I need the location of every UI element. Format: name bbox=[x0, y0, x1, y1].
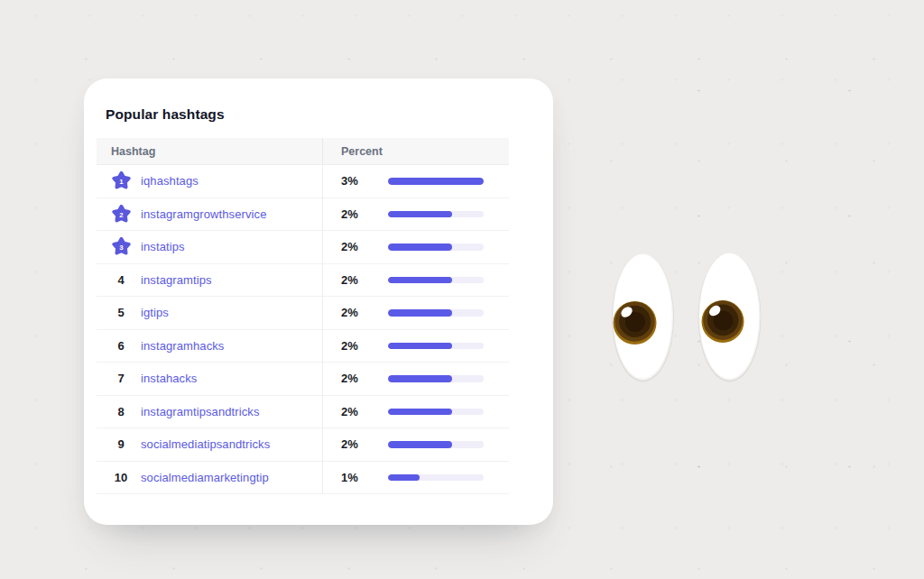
percent-bar-track bbox=[388, 441, 484, 448]
percent-bar-track bbox=[388, 343, 484, 350]
hashtag-link[interactable]: socialmediamarketingtip bbox=[141, 471, 269, 484]
table-row: 4 instagramtips 2% bbox=[97, 264, 509, 298]
table-header-row: Hashtag Percent bbox=[97, 138, 509, 165]
percent-bar-fill bbox=[388, 474, 420, 482]
hashtag-cell: 1 iqhashtags bbox=[97, 165, 323, 198]
hashtag-cell: 2 instagramgrowthservice bbox=[97, 198, 323, 231]
hashtag-link[interactable]: instagramtipsandtricks bbox=[141, 405, 260, 418]
hashtag-link[interactable]: instagramtips bbox=[141, 273, 212, 287]
percent-value: 2% bbox=[341, 339, 388, 353]
rank-wrap: 9 bbox=[111, 437, 131, 451]
hashtag-link[interactable]: socialmediatipsandtricks bbox=[141, 437, 270, 451]
left-eye bbox=[612, 253, 674, 381]
rank-wrap: 2 bbox=[111, 205, 131, 224]
hashtag-cell: 5 igtips bbox=[97, 297, 323, 329]
percent-cell: 2% bbox=[323, 330, 509, 363]
percent-bar-track bbox=[388, 474, 484, 482]
hashtags-table: Hashtag Percent 1 iqhashtags 3% bbox=[97, 138, 509, 494]
hashtag-cell: 3 instatips bbox=[97, 231, 323, 263]
rank-wrap: 6 bbox=[111, 339, 131, 353]
hashtag-cell: 4 instagramtips bbox=[97, 264, 323, 297]
hashtag-cell: 6 instagramhacks bbox=[97, 330, 323, 363]
table-row: 8 instagramtipsandtricks 2% bbox=[97, 396, 509, 429]
percent-value: 2% bbox=[341, 240, 388, 253]
rank-number: 4 bbox=[117, 273, 124, 287]
right-eye bbox=[698, 253, 762, 381]
column-header-hashtag: Hashtag bbox=[97, 138, 323, 164]
rank-number: 5 bbox=[117, 306, 124, 319]
percent-value: 2% bbox=[341, 273, 388, 287]
rank-wrap: 4 bbox=[111, 273, 131, 287]
svg-text:1: 1 bbox=[119, 178, 124, 186]
percent-cell: 2% bbox=[323, 396, 509, 428]
percent-bar-track bbox=[388, 244, 484, 251]
table-row: 1 iqhashtags 3% bbox=[97, 165, 509, 198]
table-row: 9 socialmediatipsandtricks 2% bbox=[97, 428, 509, 462]
percent-cell: 2% bbox=[323, 264, 509, 297]
page-background: Popular hashtags Hashtag Percent 1 iqhas… bbox=[0, 0, 924, 579]
percent-value: 2% bbox=[341, 437, 388, 451]
rank-number: 8 bbox=[117, 405, 124, 418]
table-row: 5 igtips 2% bbox=[97, 297, 509, 330]
hashtag-link[interactable]: instatips bbox=[141, 240, 185, 253]
percent-bar-fill bbox=[388, 441, 452, 448]
rank-wrap: 1 bbox=[111, 171, 131, 190]
table-row: 7 instahacks 2% bbox=[97, 363, 509, 396]
percent-bar-fill bbox=[388, 277, 452, 284]
percent-value: 2% bbox=[341, 405, 388, 418]
rank-wrap: 7 bbox=[111, 372, 131, 385]
percent-bar-track bbox=[388, 375, 484, 382]
percent-bar-track bbox=[388, 309, 484, 317]
table-body: 1 iqhashtags 3% 2 instagramgrowthservice bbox=[97, 165, 509, 494]
table-row: 2 instagramgrowthservice 2% bbox=[97, 198, 509, 232]
column-header-percent: Percent bbox=[323, 138, 509, 164]
hashtag-link[interactable]: instahacks bbox=[141, 372, 197, 385]
rank-wrap: 3 bbox=[111, 237, 131, 256]
popular-hashtags-card: Popular hashtags Hashtag Percent 1 iqhas… bbox=[84, 78, 553, 525]
svg-text:2: 2 bbox=[119, 210, 124, 218]
rank-number: 9 bbox=[117, 437, 124, 451]
hashtag-link[interactable]: instagramgrowthservice bbox=[141, 207, 266, 221]
percent-cell: 2% bbox=[323, 297, 509, 329]
percent-cell: 2% bbox=[323, 428, 509, 461]
table-row: 3 instatips 2% bbox=[97, 231, 509, 264]
rank-number: 10 bbox=[115, 471, 127, 484]
hashtag-link[interactable]: iqhashtags bbox=[141, 174, 199, 188]
percent-cell: 2% bbox=[323, 231, 509, 263]
hashtag-link[interactable]: instagramhacks bbox=[141, 339, 224, 353]
rank-wrap: 10 bbox=[111, 471, 131, 484]
star-rank-badge-icon: 1 bbox=[112, 171, 131, 190]
percent-bar-fill bbox=[388, 211, 452, 218]
hashtag-cell: 8 instagramtipsandtricks bbox=[97, 396, 323, 428]
star-rank-badge-icon: 2 bbox=[112, 205, 131, 224]
eyes-emoji bbox=[608, 252, 772, 387]
percent-bar-fill bbox=[388, 343, 452, 350]
percent-cell: 3% bbox=[323, 165, 509, 198]
rank-number: 7 bbox=[117, 372, 124, 385]
percent-cell: 2% bbox=[323, 198, 509, 231]
percent-value: 2% bbox=[341, 306, 388, 319]
star-rank-badge-icon: 3 bbox=[112, 237, 131, 256]
percent-bar-fill bbox=[388, 178, 484, 185]
table-row: 10 socialmediamarketingtip 1% bbox=[97, 462, 509, 495]
hashtag-cell: 10 socialmediamarketingtip bbox=[97, 462, 323, 494]
card-title: Popular hashtags bbox=[84, 78, 553, 123]
hashtag-cell: 7 instahacks bbox=[97, 363, 323, 395]
percent-cell: 1% bbox=[323, 462, 509, 494]
rank-wrap: 5 bbox=[111, 306, 131, 319]
percent-bar-fill bbox=[388, 244, 452, 251]
percent-value: 3% bbox=[341, 174, 388, 188]
percent-value: 2% bbox=[341, 207, 388, 221]
percent-bar-track bbox=[388, 277, 484, 284]
hashtag-link[interactable]: igtips bbox=[141, 306, 169, 319]
percent-bar-track bbox=[388, 211, 484, 218]
percent-bar-fill bbox=[388, 409, 452, 416]
rank-number: 6 bbox=[117, 339, 124, 353]
svg-text:3: 3 bbox=[119, 244, 124, 252]
rank-wrap: 8 bbox=[111, 405, 131, 418]
percent-bar-fill bbox=[388, 309, 452, 317]
percent-value: 2% bbox=[341, 372, 388, 385]
table-row: 6 instagramhacks 2% bbox=[97, 330, 509, 363]
percent-value: 1% bbox=[341, 471, 388, 484]
percent-cell: 2% bbox=[323, 363, 509, 395]
